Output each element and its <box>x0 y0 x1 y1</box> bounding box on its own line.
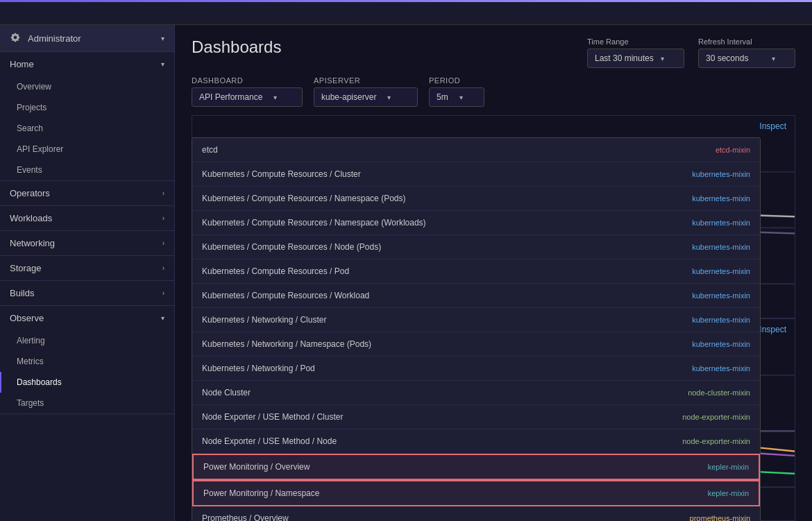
dropdown-item[interactable]: Kubernetes / Networking / Podkubernetes-… <box>192 357 760 381</box>
dropdown-item-name: Kubernetes / Networking / Cluster <box>202 315 692 325</box>
apiserver-filter-label: Apiserver <box>314 76 418 85</box>
refresh-interval-label: Refresh Interval <box>698 37 795 46</box>
dropdown-item-tag: prometheus-mixin <box>690 514 750 521</box>
home-chevron: ▾ <box>161 60 164 68</box>
dropdown-item[interactable]: Kubernetes / Networking / Clusterkuberne… <box>192 308 760 332</box>
dropdown-item-tag: kubernetes-mixin <box>692 364 750 373</box>
sidebar-admin[interactable]: Administrator ▾ <box>0 25 174 52</box>
sidebar-item-targets[interactable]: Targets <box>0 393 174 413</box>
dropdown-item-tag: node-cluster-mixin <box>688 388 750 397</box>
dropdown-item-name: etcd <box>202 145 716 155</box>
dropdown-item[interactable]: Kubernetes / Compute Resources / Cluster… <box>192 162 760 187</box>
sidebar-section-header-storage[interactable]: Storage › <box>0 256 174 280</box>
dropdown-item-name: Kubernetes / Compute Resources / Namespa… <box>202 218 692 228</box>
sidebar-section-workloads: Workloads › <box>0 206 174 231</box>
sidebar-section-header-workloads[interactable]: Workloads › <box>0 206 174 230</box>
time-range-value: Last 30 minutes <box>595 53 654 63</box>
period-filter-chevron: ▾ <box>459 94 463 101</box>
period-filter-label: Period <box>429 76 484 85</box>
sidebar-section-header-operators[interactable]: Operators › <box>0 181 174 205</box>
time-range-chevron: ▾ <box>661 55 664 62</box>
refresh-interval-group: Refresh Interval 30 seconds ▾ <box>698 37 795 68</box>
dropdown-item-tag: etcd-mixin <box>716 146 750 154</box>
inspect-link-1[interactable]: Inspect <box>759 121 786 131</box>
observe-chevron: ▾ <box>161 314 164 322</box>
dropdown-item-tag: kubernetes-mixin <box>692 170 750 178</box>
dropdown-item[interactable]: Kubernetes / Compute Resources / Workloa… <box>192 284 760 308</box>
home-label: Home <box>10 59 161 69</box>
dropdown-item[interactable]: Node Clusternode-cluster-mixin <box>192 381 760 405</box>
sidebar-item-api-explorer[interactable]: API Explorer <box>0 139 174 160</box>
dropdown-item[interactable]: Kubernetes / Compute Resources / Namespa… <box>192 211 760 235</box>
header-controls: Time Range Last 30 minutes ▾ Refresh Int… <box>587 37 795 68</box>
sidebar-item-dashboards[interactable]: Dashboards <box>0 372 174 393</box>
dropdown-item-tag: kubernetes-mixin <box>692 267 750 275</box>
dropdown-item-tag: kubernetes-mixin <box>692 340 750 348</box>
dropdown-item[interactable]: Kubernetes / Networking / Namespace (Pod… <box>192 332 760 357</box>
workloads-chevron: › <box>162 214 164 222</box>
sidebar-section-storage: Storage › <box>0 256 174 281</box>
sidebar-item-search[interactable]: Search <box>0 118 174 139</box>
dropdown-item[interactable]: Kubernetes / Compute Resources / Namespa… <box>192 187 760 211</box>
admin-label: Administrator <box>28 33 161 44</box>
sidebar-section-header-home[interactable]: Home ▾ <box>0 52 174 76</box>
main-layout: Administrator ▾ Home ▾ Overview Projects… <box>0 25 812 521</box>
sidebar-item-alerting[interactable]: Alerting <box>0 330 174 351</box>
main-content: Dashboards Time Range Last 30 minutes ▾ … <box>175 25 812 521</box>
apiserver-filter-value: kube-apiserver <box>321 92 376 102</box>
apiserver-filter-chevron: ▾ <box>387 94 391 101</box>
sidebar-section-home: Home ▾ Overview Projects Search API Expl… <box>0 52 174 181</box>
dropdown-item-name: Kubernetes / Compute Resources / Cluster <box>202 169 692 179</box>
dropdown-item[interactable]: Prometheus / Overviewprometheus-mixin <box>192 506 760 521</box>
sidebar-section-header-builds[interactable]: Builds › <box>0 281 174 305</box>
time-range-label: Time Range <box>587 37 684 46</box>
networking-chevron: › <box>162 239 164 247</box>
refresh-interval-chevron: ▾ <box>772 55 775 62</box>
period-filter-select[interactable]: 5m ▾ <box>429 87 484 107</box>
sidebar-item-metrics[interactable]: Metrics <box>0 351 174 372</box>
apiserver-filter-select[interactable]: kube-apiserver ▾ <box>314 87 418 107</box>
dashboard-filter-select[interactable]: API Performance ▾ <box>192 87 303 107</box>
period-filter-value: 5m <box>437 92 448 102</box>
dropdown-item[interactable]: etcdetcd-mixin <box>192 138 760 162</box>
sidebar-section-networking: Networking › <box>0 231 174 256</box>
dropdown-item-name: Node Cluster <box>202 388 688 398</box>
time-range-select[interactable]: Last 30 minutes ▾ <box>587 49 684 68</box>
dashboard-filter-chevron: ▾ <box>273 94 277 101</box>
dropdown-item-tag: node-exporter-mixin <box>682 437 750 445</box>
progress-bar <box>0 0 812 2</box>
sidebar-item-projects[interactable]: Projects <box>0 97 174 118</box>
dashboard-dropdown[interactable]: etcdetcd-mixinKubernetes / Compute Resou… <box>192 137 761 521</box>
dropdown-item-tag: kubernetes-mixin <box>692 194 750 203</box>
dashboard-filter-value: API Performance <box>199 92 262 102</box>
dropdown-item[interactable]: Kubernetes / Compute Resources / Node (P… <box>192 235 760 259</box>
dropdown-item-name: Power Monitoring / Overview <box>203 462 708 472</box>
operators-chevron: › <box>162 189 164 197</box>
dropdown-item-tag: kubernetes-mixin <box>692 219 750 227</box>
dropdown-item-tag: kubernetes-mixin <box>692 291 750 300</box>
dropdown-item-name: Kubernetes / Compute Resources / Node (P… <box>202 242 692 252</box>
refresh-interval-select[interactable]: 30 seconds ▾ <box>698 49 795 68</box>
sidebar-item-overview[interactable]: Overview <box>0 76 174 97</box>
sidebar-section-header-observe[interactable]: Observe ▾ <box>0 306 174 330</box>
dropdown-item-tag: kubernetes-mixin <box>692 316 750 324</box>
dropdown-item[interactable]: Node Exporter / USE Method / Clusternode… <box>192 405 760 429</box>
dropdown-item-name: Node Exporter / USE Method / Node <box>202 436 682 446</box>
dropdown-item[interactable]: Power Monitoring / Overviewkepler-mixin <box>192 454 760 480</box>
sidebar-section-observe: Observe ▾ Alerting Metrics Dashboards Ta… <box>0 306 174 414</box>
dropdown-item[interactable]: Kubernetes / Compute Resources / Podkube… <box>192 259 760 284</box>
sidebar-section-header-networking[interactable]: Networking › <box>0 231 174 255</box>
dropdown-item-name: Kubernetes / Compute Resources / Pod <box>202 266 692 276</box>
top-bar <box>0 0 812 25</box>
builds-chevron: › <box>162 289 164 297</box>
dropdown-item[interactable]: Node Exporter / USE Method / Nodenode-ex… <box>192 429 760 454</box>
dropdown-item[interactable]: Power Monitoring / Namespacekepler-mixin <box>192 480 760 506</box>
period-filter-group: Period 5m ▾ <box>429 76 484 107</box>
dropdown-item-name: Kubernetes / Networking / Pod <box>202 364 692 373</box>
time-range-group: Time Range Last 30 minutes ▾ <box>587 37 684 68</box>
sidebar-item-events[interactable]: Events <box>0 160 174 180</box>
inspect-link-2[interactable]: Inspect <box>759 325 786 334</box>
dropdown-item-name: Kubernetes / Networking / Namespace (Pod… <box>202 339 692 349</box>
dropdown-item-tag: kepler-mixin <box>708 489 749 497</box>
dropdown-item-name: Kubernetes / Compute Resources / Workloa… <box>202 291 692 300</box>
